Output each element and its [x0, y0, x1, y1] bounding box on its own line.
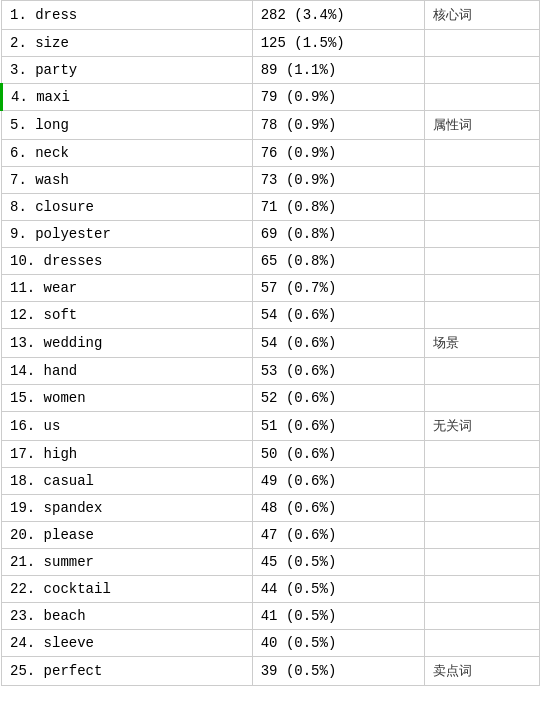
keyword-number-word: 14. hand — [2, 358, 253, 385]
keyword-tag — [424, 275, 539, 302]
keyword-count: 282 (3.4%) — [252, 1, 424, 30]
keyword-tag — [424, 441, 539, 468]
keyword-number-word: 2. size — [2, 30, 253, 57]
keyword-count: 54 (0.6%) — [252, 302, 424, 329]
keyword-tag — [424, 522, 539, 549]
keyword-number-word: 24. sleeve — [2, 630, 253, 657]
keyword-tag — [424, 468, 539, 495]
keyword-number-word: 18. casual — [2, 468, 253, 495]
keyword-count: 51 (0.6%) — [252, 412, 424, 441]
keyword-count: 78 (0.9%) — [252, 111, 424, 140]
keyword-tag — [424, 140, 539, 167]
keyword-tag — [424, 30, 539, 57]
keyword-number-word: 21. summer — [2, 549, 253, 576]
keyword-count: 76 (0.9%) — [252, 140, 424, 167]
keyword-count: 89 (1.1%) — [252, 57, 424, 84]
keyword-number-word: 13. wedding — [2, 329, 253, 358]
keyword-tag: 核心词 — [424, 1, 539, 30]
keyword-count: 40 (0.5%) — [252, 630, 424, 657]
keyword-number-word: 1. dress — [2, 1, 253, 30]
keyword-number-word: 19. spandex — [2, 495, 253, 522]
keyword-tag — [424, 248, 539, 275]
keyword-tag — [424, 221, 539, 248]
keyword-tag — [424, 549, 539, 576]
keyword-number-word: 4. maxi — [2, 84, 253, 111]
keyword-count: 73 (0.9%) — [252, 167, 424, 194]
keyword-count: 48 (0.6%) — [252, 495, 424, 522]
keyword-count: 39 (0.5%) — [252, 657, 424, 686]
keyword-number-word: 15. women — [2, 385, 253, 412]
keyword-count: 41 (0.5%) — [252, 603, 424, 630]
keyword-number-word: 17. high — [2, 441, 253, 468]
keyword-count: 52 (0.6%) — [252, 385, 424, 412]
keyword-number-word: 12. soft — [2, 302, 253, 329]
keyword-tag — [424, 84, 539, 111]
keyword-number-word: 10. dresses — [2, 248, 253, 275]
keyword-count: 79 (0.9%) — [252, 84, 424, 111]
keyword-count: 57 (0.7%) — [252, 275, 424, 302]
keyword-count: 47 (0.6%) — [252, 522, 424, 549]
keyword-tag — [424, 167, 539, 194]
keyword-number-word: 20. please — [2, 522, 253, 549]
keyword-tag — [424, 603, 539, 630]
keyword-number-word: 9. polyester — [2, 221, 253, 248]
keyword-count: 44 (0.5%) — [252, 576, 424, 603]
keyword-tag — [424, 385, 539, 412]
keyword-tag — [424, 358, 539, 385]
keyword-table: 1. dress282 (3.4%)核心词2. size125 (1.5%)3.… — [0, 0, 540, 686]
keyword-number-word: 16. us — [2, 412, 253, 441]
keyword-tag — [424, 57, 539, 84]
keyword-tag: 属性词 — [424, 111, 539, 140]
keyword-number-word: 7. wash — [2, 167, 253, 194]
keyword-tag — [424, 630, 539, 657]
keyword-tag — [424, 194, 539, 221]
keyword-number-word: 5. long — [2, 111, 253, 140]
keyword-number-word: 23. beach — [2, 603, 253, 630]
keyword-count: 65 (0.8%) — [252, 248, 424, 275]
keyword-count: 45 (0.5%) — [252, 549, 424, 576]
keyword-tag — [424, 302, 539, 329]
keyword-count: 125 (1.5%) — [252, 30, 424, 57]
keyword-count: 50 (0.6%) — [252, 441, 424, 468]
keyword-number-word: 6. neck — [2, 140, 253, 167]
keyword-count: 54 (0.6%) — [252, 329, 424, 358]
keyword-count: 69 (0.8%) — [252, 221, 424, 248]
keyword-tag: 场景 — [424, 329, 539, 358]
keyword-tag: 无关词 — [424, 412, 539, 441]
keyword-count: 71 (0.8%) — [252, 194, 424, 221]
keyword-tag — [424, 495, 539, 522]
keyword-number-word: 22. cocktail — [2, 576, 253, 603]
keyword-count: 53 (0.6%) — [252, 358, 424, 385]
keyword-tag: 卖点词 — [424, 657, 539, 686]
keyword-number-word: 25. perfect — [2, 657, 253, 686]
keyword-number-word: 3. party — [2, 57, 253, 84]
keyword-count: 49 (0.6%) — [252, 468, 424, 495]
keyword-number-word: 8. closure — [2, 194, 253, 221]
keyword-number-word: 11. wear — [2, 275, 253, 302]
keyword-tag — [424, 576, 539, 603]
